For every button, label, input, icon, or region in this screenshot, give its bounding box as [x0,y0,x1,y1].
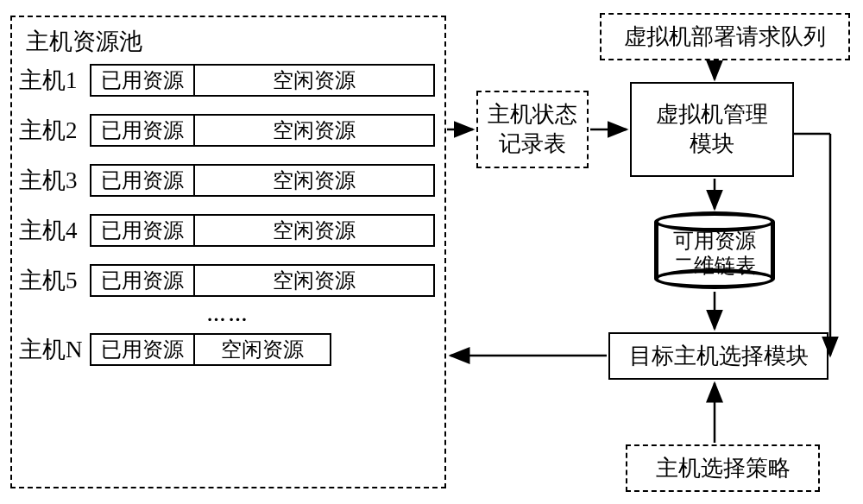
ellipsis: …… [19,304,438,326]
vm-mgmt-label: 虚拟机管理模块 [656,100,768,159]
host-used-segment: 已用资源 [91,116,195,145]
host-label: 主机N [19,334,90,365]
host-status-table-label: 主机状态记录表 [488,100,577,159]
host-row: 主机5已用资源空闲资源 [19,264,438,297]
host-used-segment: 已用资源 [91,266,195,295]
resource-list-label: 可用资源二维链表 [654,229,775,279]
host-resource-pool: 主机资源池 主机1已用资源空闲资源主机2已用资源空闲资源主机3已用资源空闲资源主… [10,16,446,488]
host-resource-bar: 已用资源空闲资源 [90,333,331,366]
host-row: 主机2已用资源空闲资源 [19,114,438,147]
vm-request-queue-label: 虚拟机部署请求队列 [624,22,826,52]
host-label: 主机4 [19,215,90,246]
host-idle-segment: 空闲资源 [195,166,433,195]
pool-title: 主机资源池 [19,26,438,57]
host-label: 主机5 [19,265,90,296]
host-row: 主机1已用资源空闲资源 [19,64,438,97]
host-row: 主机3已用资源空闲资源 [19,164,438,197]
host-status-record-table: 主机状态记录表 [476,91,589,168]
host-idle-segment: 空闲资源 [195,66,433,95]
host-resource-bar: 已用资源空闲资源 [90,264,435,297]
target-host-select-module: 目标主机选择模块 [608,332,828,380]
host-row: 主机N已用资源空闲资源 [19,333,438,366]
host-used-segment: 已用资源 [91,166,195,195]
host-label: 主机2 [19,115,90,146]
host-resource-bar: 已用资源空闲资源 [90,214,435,247]
host-idle-segment: 空闲资源 [195,216,433,245]
host-idle-segment: 空闲资源 [195,116,433,145]
vm-management-module: 虚拟机管理模块 [630,82,794,177]
host-label: 主机3 [19,165,90,196]
host-row: 主机4已用资源空闲资源 [19,214,438,247]
host-resource-bar: 已用资源空闲资源 [90,114,435,147]
host-policy-label: 主机选择策略 [656,454,791,483]
host-resource-bar: 已用资源空闲资源 [90,164,435,197]
target-host-label: 目标主机选择模块 [629,342,809,371]
host-idle-segment: 空闲资源 [195,266,433,295]
host-idle-segment: 空闲资源 [195,335,330,364]
host-used-segment: 已用资源 [91,216,195,245]
host-select-policy: 主机选择策略 [626,444,820,492]
host-used-segment: 已用资源 [91,66,195,95]
vm-request-queue: 虚拟机部署请求队列 [600,13,850,60]
host-resource-bar: 已用资源空闲资源 [90,64,435,97]
host-label: 主机1 [19,65,90,96]
available-resource-2d-list: 可用资源二维链表 [654,211,775,289]
host-used-segment: 已用资源 [91,335,195,364]
